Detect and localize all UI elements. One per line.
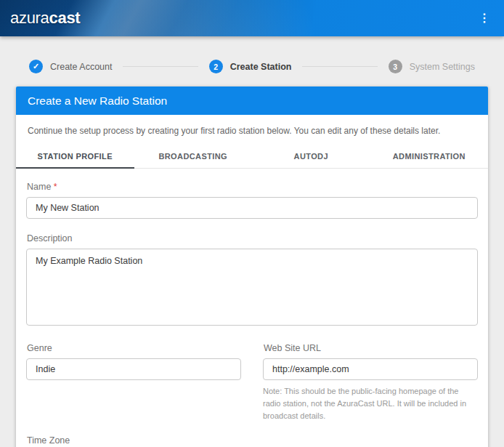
station-tabs: STATION PROFILE BROADCASTING AUTODJ ADMI… [16, 145, 488, 169]
top-navbar: azuracast ⋮ [0, 0, 504, 36]
description-field-group: Description My Example Radio Station [26, 233, 478, 329]
card-title: Create a New Radio Station [16, 86, 488, 115]
stepper-step-create-station: 2 Create Station [209, 60, 292, 73]
step-label: Create Station [230, 62, 292, 72]
step-complete-circle: ✓ [29, 60, 43, 73]
name-label: Name * [27, 182, 478, 192]
website-note: Note: This should be the public-facing h… [263, 385, 478, 422]
name-label-text: Name [27, 182, 51, 192]
station-profile-form: Name * Description My Example Radio Stat… [16, 169, 488, 447]
genre-website-row: Genre Web Site URL Note: This should be … [26, 343, 478, 422]
step-label: System Settings [410, 62, 475, 72]
name-input[interactable] [26, 197, 478, 219]
step-number-circle: 3 [389, 60, 402, 73]
genre-label: Genre [27, 343, 241, 353]
stepper-step-create-account: ✓ Create Account [29, 60, 112, 73]
check-icon: ✓ [33, 62, 39, 71]
tab-broadcasting[interactable]: BROADCASTING [134, 145, 253, 168]
step-number-circle: 2 [209, 60, 223, 73]
logo-text-regular: azura [10, 9, 49, 27]
card-intro-text: Continue the setup process by creating y… [16, 115, 488, 140]
website-field-group: Web Site URL Note: This should be the pu… [263, 343, 478, 422]
logo-text-bold: cast [49, 9, 81, 27]
azuracast-logo: azuracast [10, 9, 80, 28]
genre-input[interactable] [26, 358, 241, 380]
tab-administration[interactable]: ADMINISTRATION [370, 145, 489, 168]
create-station-card: Create a New Radio Station Continue the … [16, 86, 488, 447]
description-textarea[interactable]: My Example Radio Station [26, 249, 478, 326]
website-input[interactable] [263, 358, 478, 380]
kebab-menu-icon[interactable]: ⋮ [475, 9, 494, 28]
genre-field-group: Genre [26, 343, 241, 422]
setup-stepper: ✓ Create Account 2 Create Station 3 Syst… [29, 60, 475, 73]
tab-station-profile[interactable]: STATION PROFILE [16, 145, 134, 169]
timezone-field-group: Time Zone ▼ New York (UTC-4) Scheduled p… [26, 435, 478, 447]
tab-autodj[interactable]: AUTODJ [252, 145, 370, 168]
stepper-step-system-settings: 3 System Settings [389, 60, 475, 73]
description-label: Description [27, 233, 478, 243]
stepper-connector [123, 66, 198, 67]
website-label: Web Site URL [264, 343, 478, 353]
timezone-label: Time Zone [27, 435, 478, 446]
step-label: Create Account [50, 62, 112, 72]
stepper-connector [302, 66, 377, 67]
required-asterisk: * [54, 182, 57, 192]
name-field-group: Name * [26, 182, 478, 219]
